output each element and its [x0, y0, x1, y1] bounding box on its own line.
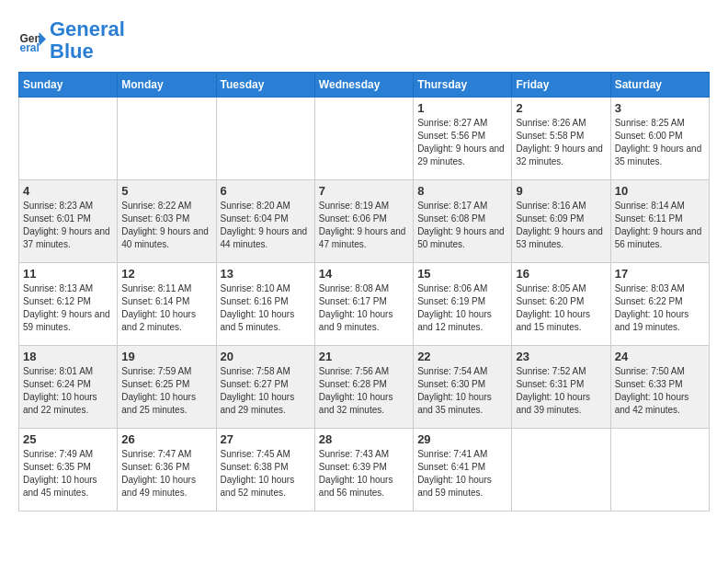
day-info: Sunrise: 7:52 AMSunset: 6:31 PMDaylight:…: [516, 365, 606, 417]
calendar-cell: 13Sunrise: 8:10 AMSunset: 6:16 PMDayligh…: [216, 263, 314, 346]
day-info: Sunrise: 8:19 AMSunset: 6:06 PMDaylight:…: [319, 200, 409, 251]
calendar-body: 1Sunrise: 8:27 AMSunset: 5:56 PMDaylight…: [19, 98, 710, 511]
day-info: Sunrise: 8:05 AMSunset: 6:20 PMDaylight:…: [516, 282, 606, 334]
day-number: 1: [417, 101, 507, 115]
day-number: 4: [23, 184, 113, 198]
day-header-friday: Friday: [512, 73, 610, 98]
calendar-cell: 4Sunrise: 8:23 AMSunset: 6:01 PMDaylight…: [19, 180, 118, 263]
calendar-cell: [118, 98, 216, 180]
day-info: Sunrise: 8:22 AMSunset: 6:03 PMDaylight:…: [121, 200, 211, 251]
day-number: 8: [417, 184, 507, 198]
calendar-cell: [314, 98, 413, 180]
day-number: 19: [121, 350, 211, 363]
calendar-cell: 15Sunrise: 8:06 AMSunset: 6:19 PMDayligh…: [414, 263, 512, 346]
day-number: 11: [23, 267, 113, 281]
day-number: 26: [121, 432, 211, 446]
day-number: 28: [319, 432, 409, 446]
day-number: 17: [615, 267, 705, 281]
day-info: Sunrise: 7:58 AMSunset: 6:27 PMDaylight:…: [221, 365, 311, 417]
day-number: 22: [417, 350, 507, 363]
day-info: Sunrise: 7:59 AMSunset: 6:25 PMDaylight:…: [121, 365, 211, 417]
day-info: Sunrise: 8:11 AMSunset: 6:14 PMDaylight:…: [121, 282, 211, 334]
calendar-week-row: 1Sunrise: 8:27 AMSunset: 5:56 PMDaylight…: [19, 98, 710, 180]
days-header-row: SundayMondayTuesdayWednesdayThursdayFrid…: [19, 73, 710, 98]
day-number: 23: [516, 350, 606, 363]
calendar-cell: 26Sunrise: 7:47 AMSunset: 6:36 PMDayligh…: [118, 429, 216, 511]
calendar-cell: 2Sunrise: 8:26 AMSunset: 5:58 PMDaylight…: [512, 98, 610, 180]
calendar-cell: 9Sunrise: 8:16 AMSunset: 6:09 PMDaylight…: [512, 180, 610, 263]
calendar-cell: 12Sunrise: 8:11 AMSunset: 6:14 PMDayligh…: [118, 263, 216, 346]
calendar-cell: 1Sunrise: 8:27 AMSunset: 5:56 PMDaylight…: [414, 98, 512, 180]
day-number: 2: [516, 101, 606, 115]
day-number: 15: [417, 267, 507, 281]
day-info: Sunrise: 7:47 AMSunset: 6:36 PMDaylight:…: [121, 448, 211, 500]
day-info: Sunrise: 7:56 AMSunset: 6:28 PMDaylight:…: [319, 365, 409, 417]
calendar-cell: 27Sunrise: 7:45 AMSunset: 6:38 PMDayligh…: [216, 429, 314, 511]
calendar-cell: 6Sunrise: 8:20 AMSunset: 6:04 PMDaylight…: [216, 180, 314, 263]
day-info: Sunrise: 7:54 AMSunset: 6:30 PMDaylight:…: [417, 365, 507, 417]
day-info: Sunrise: 8:06 AMSunset: 6:19 PMDaylight:…: [417, 282, 507, 334]
svg-marker-2: [40, 32, 47, 46]
calendar-cell: 22Sunrise: 7:54 AMSunset: 6:30 PMDayligh…: [414, 346, 512, 429]
day-number: 29: [417, 432, 507, 446]
calendar-table: SundayMondayTuesdayWednesdayThursdayFrid…: [18, 72, 710, 511]
day-info: Sunrise: 8:01 AMSunset: 6:24 PMDaylight:…: [23, 365, 113, 417]
calendar-cell: 25Sunrise: 7:49 AMSunset: 6:35 PMDayligh…: [19, 429, 118, 511]
day-header-saturday: Saturday: [610, 73, 709, 98]
day-number: 18: [23, 350, 113, 363]
calendar-cell: [216, 98, 314, 180]
day-info: Sunrise: 8:14 AMSunset: 6:11 PMDaylight:…: [615, 200, 705, 251]
calendar-cell: 3Sunrise: 8:25 AMSunset: 6:00 PMDaylight…: [610, 98, 709, 180]
day-info: Sunrise: 7:45 AMSunset: 6:38 PMDaylight:…: [221, 448, 311, 500]
day-number: 9: [516, 184, 606, 198]
day-header-tuesday: Tuesday: [216, 73, 314, 98]
day-number: 20: [221, 350, 311, 363]
day-info: Sunrise: 8:23 AMSunset: 6:01 PMDaylight:…: [23, 200, 113, 251]
calendar-cell: 23Sunrise: 7:52 AMSunset: 6:31 PMDayligh…: [512, 346, 610, 429]
calendar-cell: 7Sunrise: 8:19 AMSunset: 6:06 PMDaylight…: [314, 180, 413, 263]
day-number: 24: [615, 350, 705, 363]
day-header-sunday: Sunday: [19, 73, 118, 98]
day-number: 16: [516, 267, 606, 281]
day-number: 10: [615, 184, 705, 198]
calendar-cell: 19Sunrise: 7:59 AMSunset: 6:25 PMDayligh…: [118, 346, 216, 429]
calendar-cell: 18Sunrise: 8:01 AMSunset: 6:24 PMDayligh…: [19, 346, 118, 429]
calendar-cell: 28Sunrise: 7:43 AMSunset: 6:39 PMDayligh…: [314, 429, 413, 511]
calendar-cell: [512, 429, 610, 511]
logo: Gen eral GeneralBlue: [18, 18, 125, 63]
day-number: 21: [319, 350, 409, 363]
calendar-week-row: 4Sunrise: 8:23 AMSunset: 6:01 PMDaylight…: [19, 180, 710, 263]
calendar-cell: 24Sunrise: 7:50 AMSunset: 6:33 PMDayligh…: [610, 346, 709, 429]
day-header-monday: Monday: [118, 73, 216, 98]
day-number: 7: [319, 184, 409, 198]
day-header-thursday: Thursday: [414, 73, 512, 98]
day-info: Sunrise: 8:17 AMSunset: 6:08 PMDaylight:…: [417, 200, 507, 251]
day-info: Sunrise: 8:10 AMSunset: 6:16 PMDaylight:…: [221, 282, 311, 334]
day-info: Sunrise: 7:41 AMSunset: 6:41 PMDaylight:…: [417, 448, 507, 500]
day-info: Sunrise: 8:13 AMSunset: 6:12 PMDaylight:…: [23, 282, 113, 334]
day-header-wednesday: Wednesday: [314, 73, 413, 98]
logo-icon: Gen eral: [18, 27, 46, 54]
day-info: Sunrise: 8:03 AMSunset: 6:22 PMDaylight:…: [615, 282, 705, 334]
calendar-cell: 17Sunrise: 8:03 AMSunset: 6:22 PMDayligh…: [610, 263, 709, 346]
svg-text:eral: eral: [20, 41, 40, 54]
day-number: 5: [121, 184, 211, 198]
day-info: Sunrise: 8:16 AMSunset: 6:09 PMDaylight:…: [516, 200, 606, 251]
day-number: 6: [221, 184, 311, 198]
calendar-header: SundayMondayTuesdayWednesdayThursdayFrid…: [19, 73, 710, 98]
calendar-cell: 8Sunrise: 8:17 AMSunset: 6:08 PMDaylight…: [414, 180, 512, 263]
calendar-cell: 11Sunrise: 8:13 AMSunset: 6:12 PMDayligh…: [19, 263, 118, 346]
day-info: Sunrise: 7:50 AMSunset: 6:33 PMDaylight:…: [615, 365, 705, 417]
day-info: Sunrise: 8:20 AMSunset: 6:04 PMDaylight:…: [221, 200, 311, 251]
calendar-cell: 20Sunrise: 7:58 AMSunset: 6:27 PMDayligh…: [216, 346, 314, 429]
day-info: Sunrise: 7:43 AMSunset: 6:39 PMDaylight:…: [319, 448, 409, 500]
calendar-cell: 14Sunrise: 8:08 AMSunset: 6:17 PMDayligh…: [314, 263, 413, 346]
day-number: 12: [121, 267, 211, 281]
calendar-week-row: 18Sunrise: 8:01 AMSunset: 6:24 PMDayligh…: [19, 346, 710, 429]
calendar-cell: 21Sunrise: 7:56 AMSunset: 6:28 PMDayligh…: [314, 346, 413, 429]
calendar-week-row: 25Sunrise: 7:49 AMSunset: 6:35 PMDayligh…: [19, 429, 710, 511]
calendar-cell: 16Sunrise: 8:05 AMSunset: 6:20 PMDayligh…: [512, 263, 610, 346]
calendar-cell: [19, 98, 118, 180]
day-info: Sunrise: 8:25 AMSunset: 6:00 PMDaylight:…: [615, 117, 705, 168]
day-number: 27: [221, 432, 311, 446]
